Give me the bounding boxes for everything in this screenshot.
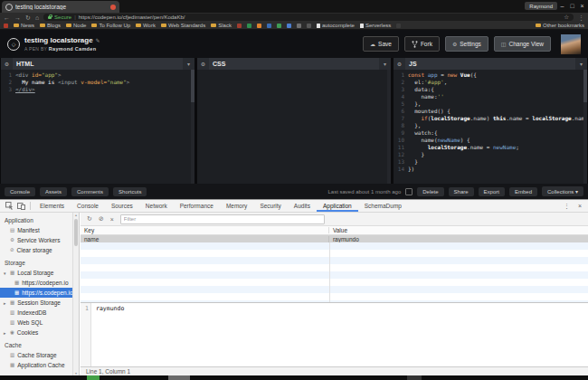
sidebar-item[interactable]: ▦Application Cache <box>0 360 79 370</box>
scrollbar[interactable] <box>191 70 194 184</box>
green-favicon[interactable] <box>247 24 251 28</box>
bookmark-item[interactable]: Serverless <box>360 23 391 28</box>
sidebar-item[interactable]: ⚙Service Workers <box>0 235 79 245</box>
devtools-tab-performance[interactable]: Performance <box>174 200 220 212</box>
pen-action-button[interactable]: Share <box>449 187 474 196</box>
other-bookmarks-button[interactable]: Other bookmarks <box>536 23 584 28</box>
pen-action-button[interactable]: Collections ▾ <box>542 186 583 196</box>
browser-tab[interactable]: testing localstorage <box>2 1 119 13</box>
chevron-down-icon[interactable]: ▾ <box>575 58 587 70</box>
browser-profile-button[interactable]: Raymond <box>525 2 557 10</box>
bookmark-item[interactable]: News <box>14 23 34 28</box>
user-avatar[interactable] <box>561 34 581 54</box>
sidebar-item[interactable]: ▥Cache Storage <box>0 350 79 360</box>
tab-record-icon[interactable] <box>110 5 116 10</box>
chevron-down-icon[interactable]: ▾ <box>183 58 194 70</box>
taskbar-item[interactable] <box>407 375 422 380</box>
devtools-tab-network[interactable]: Network <box>139 200 174 212</box>
console-bar-button[interactable]: Comments <box>71 187 109 196</box>
bookmark-item[interactable]: To Follow Up <box>91 23 130 28</box>
bookmark-item[interactable]: Slack <box>211 23 232 28</box>
change-view-button[interactable]: ◫ Change View <box>494 36 551 52</box>
pen-action-button[interactable]: Embed <box>509 187 537 196</box>
sidebar-scrollbar[interactable]: ▴ ▾ <box>72 213 79 375</box>
blue-favicon[interactable] <box>267 24 271 28</box>
css-code-editor[interactable] <box>197 70 391 184</box>
bookmark-item[interactable]: Web Standards <box>161 23 205 28</box>
pen-action-button[interactable]: Export <box>479 187 505 196</box>
clock-favicon[interactable] <box>297 24 301 28</box>
html-code-editor[interactable]: 1<div id="app">2 My name is <input v-mod… <box>1 70 194 184</box>
devtools-menu-icon[interactable]: ⋮ <box>564 203 570 210</box>
delete-selected-icon[interactable]: × <box>110 216 114 223</box>
browser-menu-icon[interactable]: ⋮ <box>578 14 584 21</box>
console-bar-button[interactable]: Console <box>5 187 35 196</box>
codepen-logo-icon[interactable]: ◇ <box>7 38 20 51</box>
taskbar-item[interactable] <box>87 375 100 380</box>
clear-all-icon[interactable]: ⊘ <box>99 215 104 223</box>
js-code-editor[interactable]: 1const app = new Vue({2 el:'#app',3 data… <box>394 70 587 184</box>
devtools-tab-application[interactable]: Application <box>317 200 358 212</box>
grey-favicon[interactable] <box>307 24 311 28</box>
sidebar-item[interactable]: ▸◉Cookies <box>0 328 79 337</box>
devtools-tab-audits[interactable]: Audits <box>288 200 317 212</box>
devtools-tab-console[interactable]: Console <box>71 200 105 212</box>
maroon-favicon[interactable] <box>237 24 242 28</box>
bookmark-item[interactable]: Node <box>66 23 86 28</box>
minimize-button[interactable]: – <box>557 0 567 11</box>
device-toolbar-icon[interactable] <box>15 202 27 210</box>
red-site-favicon[interactable] <box>4 24 8 28</box>
storage-table-empty-rows[interactable] <box>81 242 588 302</box>
devtools-tab-security[interactable]: Security <box>253 200 287 212</box>
devtools-tab-schemadump[interactable]: SchemaDump <box>358 200 408 212</box>
console-bar-button[interactable]: Assets <box>40 187 67 196</box>
sidebar-item[interactable]: ▤Manifest <box>0 225 79 235</box>
sidebar-item[interactable]: ⊘Clear storage <box>0 245 79 255</box>
filter-input[interactable] <box>120 214 325 224</box>
key-column-header[interactable]: Key <box>81 227 329 233</box>
sidebar-item[interactable]: ▦https://s.codepen.io <box>0 288 79 298</box>
collapse-arrow-icon[interactable]: ▸ <box>4 330 6 336</box>
dim-favicon[interactable] <box>396 24 401 28</box>
console-bar-button[interactable]: Shortcuts <box>113 187 147 196</box>
inspect-icon[interactable] <box>4 202 15 210</box>
value-column-header[interactable]: Value <box>329 227 588 233</box>
bookmark-item[interactable]: Work <box>136 23 156 28</box>
devtools-tab-elements[interactable]: Elements <box>33 200 71 212</box>
pen-action-button[interactable]: Delete <box>417 187 443 196</box>
taskbar-item[interactable] <box>168 375 190 380</box>
expand-arrow-icon[interactable]: ▾ <box>4 271 6 276</box>
sidebar-item[interactable]: ▥IndexedDB <box>0 308 79 318</box>
devtools-close-icon[interactable]: × <box>578 203 582 209</box>
scrollbar[interactable] <box>387 70 391 184</box>
bookmark-item[interactable]: autocomplete <box>317 23 355 28</box>
back-icon[interactable]: ← <box>4 14 10 21</box>
chevron-down-icon[interactable]: ▾ <box>379 58 391 70</box>
collapse-arrow-icon[interactable]: ▸ <box>4 300 6 306</box>
refresh-icon[interactable]: ↻ <box>87 215 92 223</box>
sidebar-item[interactable]: ▾▦Local Storage <box>0 268 79 278</box>
sidebar-item[interactable]: ▦https://codepen.io <box>0 278 79 288</box>
address-bar[interactable]: Secure | https://codepen.io/cfjedimaster… <box>43 14 574 21</box>
devtools-tab-sources[interactable]: Sources <box>105 200 139 212</box>
edit-pencil-icon[interactable]: ✎ <box>96 37 100 43</box>
saved-history-icon[interactable] <box>405 188 413 195</box>
gear-icon[interactable]: ⚙ <box>394 58 405 70</box>
gear-icon[interactable]: ⚙ <box>1 58 13 70</box>
storage-table-row[interactable]: nameraymundo <box>81 235 588 242</box>
scrollbar[interactable] <box>583 70 587 184</box>
analytics-favicon[interactable] <box>257 24 261 28</box>
close-button[interactable]: × <box>577 0 587 11</box>
sidebar-item[interactable]: ▥Web SQL <box>0 318 79 328</box>
sidebar-item[interactable]: ▸▦Session Storage <box>0 298 79 308</box>
reload-icon[interactable]: ↻ <box>25 14 31 21</box>
forward-icon[interactable]: → <box>14 14 21 21</box>
devtools-tab-memory[interactable]: Memory <box>220 200 253 212</box>
fork-button[interactable]: Fork <box>404 36 440 52</box>
restore-button[interactable]: □ <box>567 0 577 11</box>
bookmark-item[interactable]: Blogs <box>40 23 61 28</box>
author-link[interactable]: Raymond Camden <box>49 46 97 52</box>
home-icon[interactable]: ⌂ <box>35 14 39 21</box>
sheets-favicon[interactable] <box>277 24 281 28</box>
settings-button[interactable]: ⚙ Settings <box>445 36 488 52</box>
